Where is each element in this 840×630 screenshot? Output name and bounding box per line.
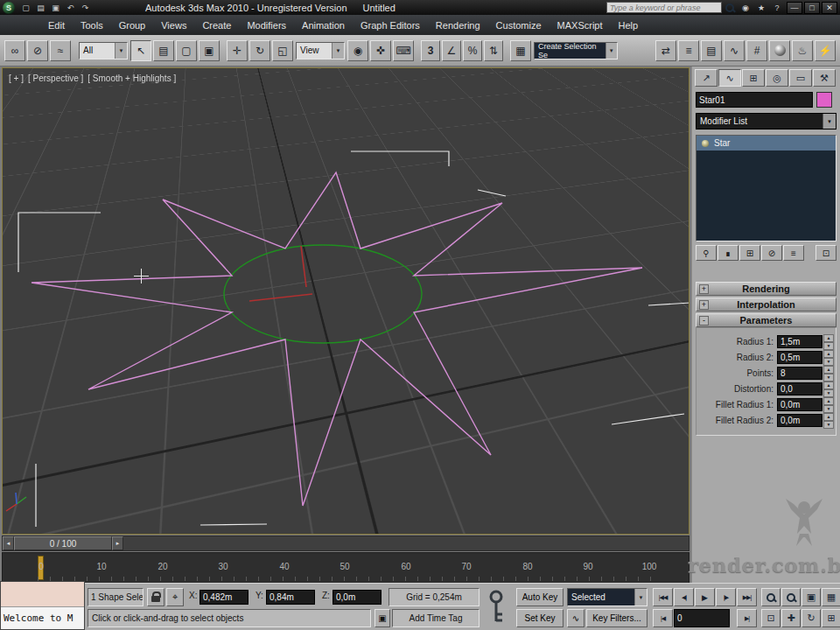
absolute-mode-toggle[interactable]: ⌖ (166, 588, 184, 606)
tab-hierarchy[interactable]: ⊞ (742, 69, 765, 87)
configure-modifier-sets-button[interactable]: ≡ (783, 245, 804, 261)
menu-views[interactable]: Views (153, 18, 194, 33)
spinner[interactable]: ▲▼ (823, 382, 834, 396)
set-key-button[interactable]: Set Key (516, 609, 564, 627)
viewport-menu-shading[interactable]: [ Smooth + Highlights ] (88, 74, 176, 83)
undo-button[interactable]: ↶ (64, 2, 77, 14)
redo-button[interactable]: ↷ (79, 2, 92, 14)
rectangular-selection-region-button[interactable]: ▢ (176, 40, 197, 61)
unlink-selection-button[interactable]: ⊘ (27, 40, 48, 61)
help-button[interactable]: ? (770, 2, 784, 14)
tab-modify[interactable]: ∿ (718, 69, 741, 87)
rollout-rendering[interactable]: + Rendering (696, 282, 836, 296)
select-and-rotate-button[interactable]: ↻ (249, 40, 270, 61)
tab-display[interactable]: ▭ (789, 69, 812, 87)
spinner-down-icon[interactable]: ▼ (823, 405, 834, 413)
track-bar[interactable]: 0 10 20 30 40 50 60 70 80 90 100 (2, 552, 690, 584)
remove-modifier-button[interactable]: ⊘ (761, 245, 782, 261)
open-file-button[interactable]: ▤ (34, 2, 47, 14)
infocenter-search-button[interactable] (723, 2, 737, 14)
make-unique-button[interactable]: ⊞ (739, 245, 760, 261)
zoom-extents-all-button[interactable]: ▦ (822, 588, 840, 606)
time-back-button[interactable]: ◄ (3, 536, 14, 550)
set-key-big-button[interactable] (483, 589, 511, 627)
previous-key-button[interactable]: |◀ (653, 609, 673, 627)
spinner[interactable]: ▲▼ (823, 366, 834, 380)
snaps-toggle-3d[interactable]: 3 (421, 40, 440, 61)
infocenter-search-input[interactable] (607, 3, 721, 12)
pan-button[interactable]: ✚ (781, 609, 801, 627)
favorites-button[interactable]: ★ (754, 2, 768, 14)
select-and-scale-button[interactable]: ◱ (272, 40, 293, 61)
spinner-down-icon[interactable]: ▼ (823, 358, 834, 366)
rollout-parameters[interactable]: - Parameters (696, 313, 836, 327)
time-slider-handle[interactable]: 0 / 100 (14, 536, 112, 550)
zoom-all-button[interactable] (781, 588, 801, 606)
zoom-region-button[interactable]: ⊡ (761, 609, 780, 627)
next-frame-button[interactable]: |▶ (716, 588, 736, 606)
object-name-field[interactable] (696, 92, 813, 108)
fillet-radius2-field[interactable] (777, 414, 822, 427)
spinner-down-icon[interactable]: ▼ (823, 374, 834, 382)
select-by-name-button[interactable]: ▤ (153, 40, 174, 61)
selection-filter-dropdown[interactable]: All ▼ (79, 42, 128, 60)
menu-maxscript[interactable]: MAXScript (550, 18, 611, 33)
schematic-view-button[interactable]: # (746, 40, 767, 61)
spinner-snap-toggle[interactable]: ⇅ (484, 40, 503, 61)
tab-utilities[interactable]: ⚒ (813, 69, 836, 87)
menu-modifiers[interactable]: Modifiers (239, 18, 294, 33)
play-button[interactable]: ▶ (695, 588, 715, 606)
menu-edit[interactable]: Edit (40, 18, 73, 33)
spinner-up-icon[interactable]: ▲ (823, 397, 834, 405)
application-menu-button[interactable]: S (3, 2, 15, 14)
auto-key-button[interactable]: Auto Key (516, 588, 564, 606)
menu-animation[interactable]: Animation (294, 18, 353, 33)
go-to-start-button[interactable]: |◀◀ (653, 588, 673, 606)
maximize-viewport-toggle[interactable]: ⊞ (822, 609, 840, 627)
modifier-list-dropdown[interactable]: Modifier List ▼ (696, 113, 836, 130)
z-coord-field[interactable] (332, 590, 382, 605)
next-key-button[interactable]: ▶| (737, 609, 757, 627)
named-selection-dropdown[interactable]: Create Selection Se ▼ (534, 42, 618, 60)
keyboard-shortcut-override-toggle[interactable]: ⌨ (393, 40, 414, 61)
menu-graph-editors[interactable]: Graph Editors (353, 18, 428, 33)
spinner[interactable]: ▲▼ (823, 397, 834, 411)
arc-rotate-button[interactable]: ↻ (802, 609, 821, 627)
radius1-field[interactable] (777, 335, 822, 348)
minimize-button[interactable]: — (787, 2, 802, 14)
spinner-up-icon[interactable]: ▲ (823, 334, 834, 342)
go-to-end-button[interactable]: ▶▶| (737, 588, 757, 606)
edit-named-selection-sets-button[interactable]: ▦ (510, 40, 531, 61)
window-crossing-toggle[interactable]: ▣ (199, 40, 220, 61)
object-color-swatch[interactable] (816, 92, 832, 108)
add-time-tag[interactable]: Add Time Tag (392, 609, 480, 627)
spinner-down-icon[interactable]: ▼ (823, 421, 834, 429)
time-forward-button[interactable]: ► (112, 536, 123, 550)
spinner[interactable]: ▲▼ (823, 350, 834, 364)
time-tag-button[interactable]: ▣ (374, 609, 390, 627)
menu-group[interactable]: Group (111, 18, 154, 33)
show-end-result-button[interactable]: ∎ (718, 245, 738, 261)
radius2-field[interactable] (777, 351, 822, 364)
select-and-manipulate-button[interactable]: ✜ (370, 40, 391, 61)
angle-snap-toggle[interactable]: ∠ (442, 40, 461, 61)
viewport-menu-plus[interactable]: [ + ] (9, 74, 24, 83)
key-filters-button[interactable]: Key Filters... (586, 609, 648, 627)
align-button[interactable]: ≡ (678, 40, 699, 61)
layer-manager-button[interactable]: ▤ (701, 40, 722, 61)
spinner-up-icon[interactable]: ▲ (823, 366, 834, 374)
select-and-move-button[interactable]: ✛ (227, 40, 248, 61)
percent-snap-toggle[interactable]: % (463, 40, 482, 61)
reference-coordinate-dropdown[interactable]: View ▼ (296, 42, 345, 60)
spinner-down-icon[interactable]: ▼ (823, 342, 834, 350)
fillet-radius1-field[interactable] (777, 398, 822, 411)
viewport-menu-view[interactable]: [ Perspective ] (28, 74, 83, 83)
points-field[interactable] (777, 367, 822, 380)
key-mode-dropdown[interactable]: Selected ▼ (567, 588, 648, 606)
rollout-interpolation[interactable]: + Interpolation (696, 298, 836, 312)
zoom-extents-button[interactable]: ▣ (802, 588, 821, 606)
zoom-button[interactable] (761, 588, 780, 606)
spinner[interactable]: ▲▼ (823, 413, 834, 427)
curve-editor-button[interactable]: ∿ (724, 40, 745, 61)
spinner-down-icon[interactable]: ▼ (823, 389, 834, 397)
